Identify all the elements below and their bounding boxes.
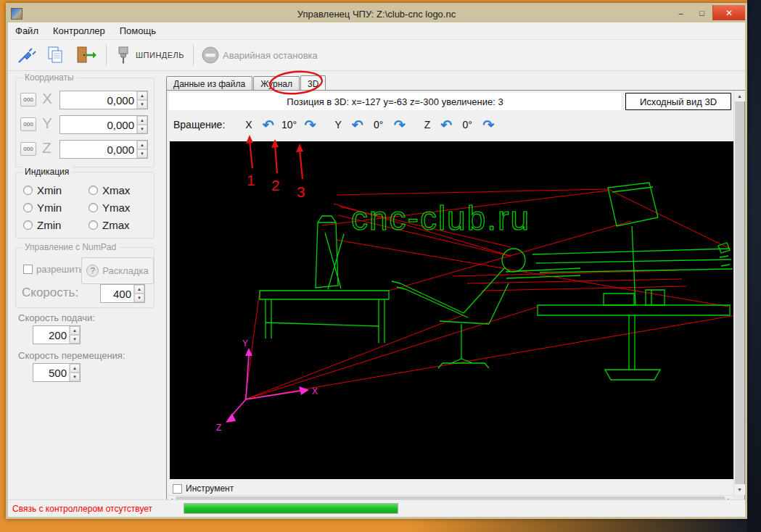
radio-icon bbox=[89, 186, 98, 195]
copy-button[interactable] bbox=[41, 43, 69, 67]
coordinate-x-field[interactable]: 0,000 ▲ ▼ bbox=[59, 91, 148, 109]
rotation-y-label: Y bbox=[334, 119, 341, 130]
position-readout: Позиция в 3D: x=-127 y=-63 z=-300 увелич… bbox=[169, 93, 621, 110]
rotate-z-cw-button[interactable]: ↷ bbox=[482, 118, 494, 132]
move-rate-field[interactable]: 500 ▲ ▼ bbox=[33, 363, 81, 382]
vertical-scrollbar[interactable]: ▲ ▼ bbox=[733, 91, 744, 495]
spin-up-icon[interactable]: ▲ bbox=[137, 116, 147, 125]
radio-zmax[interactable]: Zmax bbox=[89, 219, 130, 231]
radio-xmax[interactable]: Xmax bbox=[89, 184, 130, 196]
exit-door-icon bbox=[74, 45, 97, 65]
axis-y-label-3d: Y bbox=[242, 338, 248, 349]
axis-z-label-3d: Z bbox=[216, 423, 221, 433]
emergency-stop-button[interactable]: Аварийная остановка bbox=[197, 43, 321, 67]
menu-help[interactable]: Помощь bbox=[112, 23, 163, 38]
spindle-button[interactable]: ШПИНДЕЛЬ bbox=[110, 43, 188, 67]
rotate-x-cw-button[interactable]: ↷ bbox=[305, 118, 316, 132]
numpad-group: Управление с NumPad разрешить ? Раскладк… bbox=[15, 247, 155, 308]
tool-checkbox-row: Инструмент bbox=[173, 483, 234, 494]
spin-down-icon[interactable]: ▼ bbox=[137, 125, 147, 133]
rotation-x-label: X bbox=[245, 119, 252, 130]
rotation-label: Вращение: bbox=[173, 119, 225, 130]
indication-group: Индикация Xmin Xmax Ymin Ymax Zmin Zmax bbox=[15, 172, 155, 238]
coordinate-y-field[interactable]: 0,000 ▲ ▼ bbox=[59, 115, 148, 134]
coordinate-z-value: 0,000 bbox=[60, 144, 136, 156]
spin-down-icon[interactable]: ▼ bbox=[70, 373, 80, 381]
radio-ymax[interactable]: Ymax bbox=[89, 201, 130, 214]
spin-down-icon[interactable]: ▼ bbox=[134, 294, 144, 302]
spin-down-icon[interactable]: ▼ bbox=[137, 149, 147, 158]
coordinate-z-field[interactable]: 0,000 ▲ ▼ bbox=[59, 140, 148, 159]
move-rate-spinner[interactable]: ▲ ▼ bbox=[69, 364, 80, 381]
progress-bar bbox=[184, 503, 398, 514]
scroll-up-icon[interactable]: ▲ bbox=[734, 91, 745, 101]
spin-down-icon[interactable]: ▼ bbox=[137, 100, 147, 109]
zero-z-button[interactable]: 000 bbox=[20, 142, 36, 156]
coordinate-z-spinner[interactable]: ▲ ▼ bbox=[136, 141, 147, 158]
maximize-button[interactable]: □ bbox=[691, 5, 712, 20]
desktop-background bbox=[0, 519, 747, 532]
vertical-scroll-thumb[interactable] bbox=[735, 101, 744, 484]
feed-rate-spinner[interactable]: ▲ ▼ bbox=[69, 326, 80, 344]
scroll-down-icon[interactable]: ▼ bbox=[734, 484, 745, 495]
reset-3d-view-button[interactable]: Исходный вид 3D bbox=[625, 93, 731, 110]
toolbar-separator bbox=[106, 45, 107, 65]
menu-controller[interactable]: Контроллер bbox=[46, 23, 112, 38]
exit-button[interactable] bbox=[70, 43, 101, 67]
rotate-z-ccw-button[interactable]: ↶ bbox=[440, 118, 452, 132]
spindle-label: ШПИНДЕЛЬ bbox=[136, 51, 184, 59]
rotation-controls: Вращение: X ↶ 10° ↷ Y ↶ 0° ↷ Z ↶ 0° ↷ bbox=[169, 114, 731, 136]
numpad-speed-value: 400 bbox=[101, 288, 133, 300]
axis-y-label: Y bbox=[42, 115, 52, 132]
move-rate-label: Скорость перемещения: bbox=[18, 350, 126, 361]
rotate-y-cw-button[interactable]: ↷ bbox=[394, 118, 406, 132]
radio-icon bbox=[23, 220, 33, 230]
rotation-z-label: Z bbox=[424, 119, 431, 130]
numpad-speed-field[interactable]: 400 ▲ ▼ bbox=[100, 284, 145, 303]
numpad-enable-checkbox[interactable]: разрешить bbox=[23, 264, 83, 275]
spin-up-icon[interactable]: ▲ bbox=[70, 364, 80, 373]
menu-bar: Файл Контроллер Помощь bbox=[8, 22, 745, 40]
tab-3d-content: Позиция в 3D: x=-127 y=-63 z=-300 увелич… bbox=[166, 90, 745, 504]
progress-bar-fill bbox=[184, 504, 398, 513]
viewport-3d[interactable]: cnc-club.ru Y X Z bbox=[170, 141, 741, 479]
connect-icon bbox=[16, 45, 36, 65]
tab-3d[interactable]: 3D bbox=[300, 75, 326, 91]
radio-zmin[interactable]: Zmin bbox=[23, 219, 61, 231]
rotate-y-ccw-button[interactable]: ↶ bbox=[352, 118, 363, 132]
axes-triad bbox=[229, 354, 302, 418]
zero-x-button[interactable]: 000 bbox=[20, 93, 36, 107]
toolpath-wireframe: cnc-club.ru Y X Z bbox=[170, 141, 741, 479]
spin-up-icon[interactable]: ▲ bbox=[137, 91, 147, 100]
menu-file[interactable]: Файл bbox=[8, 23, 46, 38]
tool-checkbox[interactable] bbox=[173, 484, 182, 494]
rotation-y-angle: 0° bbox=[369, 119, 388, 130]
spindle-icon bbox=[114, 45, 133, 65]
title-bar[interactable]: Управленец ЧПУ: Z:\club-cnc logo.nc bbox=[8, 5, 745, 22]
coordinates-group-title: Координаты bbox=[22, 72, 77, 83]
axis-x-label-3d: X bbox=[312, 386, 318, 396]
coordinate-y-spinner[interactable]: ▲ ▼ bbox=[136, 116, 147, 133]
radio-icon bbox=[89, 203, 98, 212]
spin-up-icon[interactable]: ▲ bbox=[137, 141, 147, 149]
numpad-speed-spinner[interactable]: ▲ ▼ bbox=[133, 285, 144, 302]
axes-arrowheads bbox=[226, 348, 309, 423]
spin-up-icon[interactable]: ▲ bbox=[134, 285, 144, 294]
zero-y-button[interactable]: 000 bbox=[20, 117, 36, 131]
coordinate-y-value: 0,000 bbox=[60, 119, 136, 131]
connection-status-text: Связь с контроллером отсутствует bbox=[12, 504, 152, 514]
checkbox-icon bbox=[23, 265, 33, 274]
radio-ymin[interactable]: Ymin bbox=[23, 201, 62, 214]
minimize-button[interactable]: – bbox=[670, 5, 691, 20]
rotate-x-ccw-button[interactable]: ↶ bbox=[263, 118, 274, 132]
feed-rate-field[interactable]: 200 ▲ ▼ bbox=[33, 325, 81, 344]
close-button[interactable]: ✕ bbox=[712, 5, 745, 20]
tool-checkbox-label: Инструмент bbox=[186, 483, 234, 494]
connect-button[interactable] bbox=[12, 43, 40, 67]
layout-button[interactable]: ? Раскладка bbox=[81, 257, 154, 284]
watermark-text: cnc-club.ru bbox=[351, 199, 530, 237]
spin-down-icon[interactable]: ▼ bbox=[70, 335, 80, 344]
radio-xmin[interactable]: Xmin bbox=[23, 184, 62, 196]
spin-up-icon[interactable]: ▲ bbox=[70, 326, 80, 335]
coordinate-x-spinner[interactable]: ▲ ▼ bbox=[136, 91, 147, 109]
